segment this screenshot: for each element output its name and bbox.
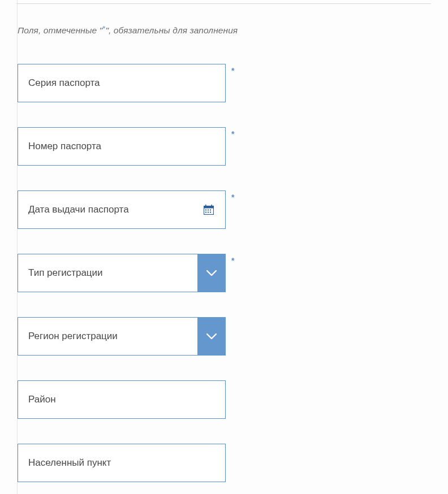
registration-type-select[interactable]: Тип регистрации <box>18 254 226 292</box>
asterisk-icon: * <box>102 24 105 33</box>
divider <box>16 3 431 4</box>
registration-type-dropdown-button[interactable] <box>197 254 226 292</box>
row-passport-series: Серия паспорта * <box>18 64 431 102</box>
row-registration-region: Регион регистрации <box>18 317 431 356</box>
registration-region-label: Регион регистрации <box>28 331 197 342</box>
required-mark: * <box>231 129 234 138</box>
hint-after: ", обязательны для заполнения <box>105 25 238 35</box>
passport-number-input[interactable]: Номер паспорта <box>18 127 226 166</box>
registration-region-dropdown-button[interactable] <box>197 317 226 356</box>
row-settlement: Населенный пункт <box>18 444 431 482</box>
required-mark: * <box>231 193 234 202</box>
form-container: Поля, отмеченные "*", обязательны для за… <box>17 0 431 494</box>
row-passport-issue-date: Дата выдачи паспорта * <box>18 190 431 229</box>
required-mark: * <box>231 66 234 75</box>
passport-series-input[interactable]: Серия паспорта <box>18 64 226 102</box>
row-registration-type: Тип регистрации * <box>18 254 431 292</box>
required-fields-hint: Поля, отмеченные "*", обязательны для за… <box>18 25 431 36</box>
registration-type-label: Тип регистрации <box>28 267 197 279</box>
row-district: Район <box>18 380 431 419</box>
chevron-down-icon <box>206 333 217 340</box>
district-input[interactable]: Район <box>18 380 226 419</box>
settlement-input[interactable]: Населенный пункт <box>18 444 226 482</box>
passport-issue-date-input[interactable]: Дата выдачи паспорта <box>18 190 226 229</box>
registration-region-select[interactable]: Регион регистрации <box>18 317 226 356</box>
hint-before: Поля, отмеченные " <box>18 25 102 35</box>
chevron-down-icon <box>206 270 217 276</box>
row-passport-number: Номер паспорта * <box>18 127 431 166</box>
required-mark: * <box>231 256 234 265</box>
